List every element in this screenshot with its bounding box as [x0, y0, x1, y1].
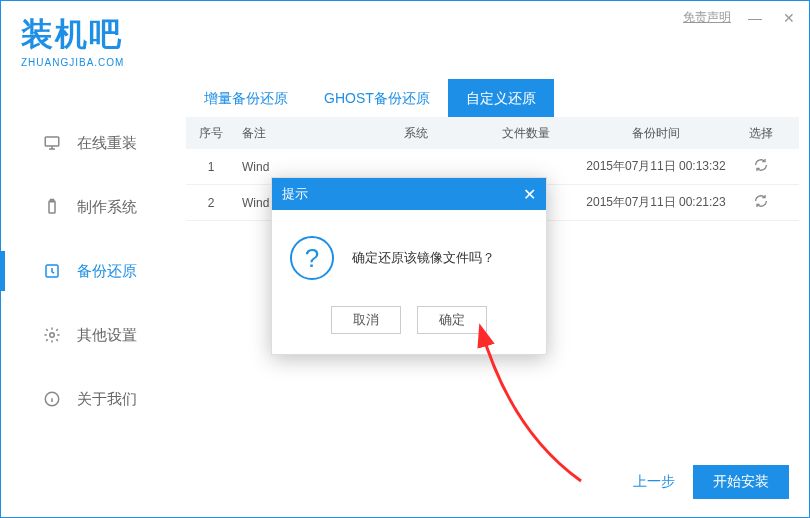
- question-icon: ?: [290, 236, 334, 280]
- cancel-button[interactable]: 取消: [331, 306, 401, 334]
- dialog-close-icon[interactable]: ✕: [523, 185, 536, 204]
- confirm-dialog: 提示 ✕ ? 确定还原该镜像文件吗？ 取消 确定: [271, 177, 547, 355]
- dialog-title: 提示: [282, 185, 308, 203]
- ok-button[interactable]: 确定: [417, 306, 487, 334]
- modal-overlay: 提示 ✕ ? 确定还原该镜像文件吗？ 取消 确定: [1, 1, 809, 517]
- dialog-message: 确定还原该镜像文件吗？: [352, 249, 495, 267]
- app-window: 装机吧 ZHUANGJIBA.COM 免责声明 — ✕ 在线重装 制作系统 备份…: [0, 0, 810, 518]
